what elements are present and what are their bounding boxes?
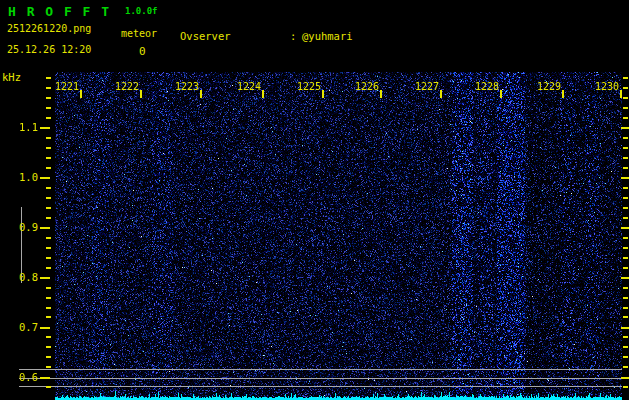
minute-tick [440, 90, 442, 98]
freq-tick-label: 0.7 [0, 321, 38, 333]
freq-major-tick-left [40, 377, 50, 379]
minute-tick [262, 90, 264, 98]
freq-minor-tick-left [46, 157, 51, 159]
time-tick-label: 1222 [115, 81, 139, 92]
freq-major-tick-right [621, 377, 629, 379]
freq-minor-tick-right [623, 257, 628, 259]
freq-major-tick-right [621, 127, 629, 129]
freq-minor-tick-right [623, 356, 628, 358]
freq-minor-tick-left [46, 386, 51, 388]
spectrogram-canvas [55, 72, 622, 400]
freq-tick-label: 1.1 [0, 121, 38, 133]
freq-minor-tick-right [623, 147, 628, 149]
freq-minor-tick-right [623, 77, 628, 79]
minute-tick [380, 90, 382, 98]
freq-major-tick-right [621, 277, 629, 279]
freq-major-tick-left [40, 177, 50, 179]
time-tick-label: 1227 [415, 81, 439, 92]
level-reference-line [19, 386, 622, 387]
time-tick-label: 1228 [475, 81, 499, 92]
freq-minor-tick-right [623, 366, 628, 368]
freq-tick-label: 0.6 [0, 371, 38, 383]
freq-tick-label: 0.9 [0, 221, 38, 233]
freq-major-tick-right [621, 327, 629, 329]
time-tick-label: 1223 [175, 81, 199, 92]
freq-minor-tick-left [46, 297, 51, 299]
freq-minor-tick-right [623, 107, 628, 109]
freq-minor-tick-right [623, 157, 628, 159]
minute-tick [500, 90, 502, 98]
time-tick-label: 1221 [55, 81, 79, 92]
freq-minor-tick-left [46, 97, 51, 99]
freq-major-tick-right [621, 227, 629, 229]
freq-minor-tick-right [623, 386, 628, 388]
level-reference-line [19, 369, 622, 370]
time-tick-label: 1224 [237, 81, 261, 92]
freq-major-tick-left [40, 227, 50, 229]
freq-minor-tick-right [623, 137, 628, 139]
freq-minor-tick-left [46, 336, 51, 338]
freq-tick-label: 0.8 [0, 271, 38, 283]
freq-minor-tick-left [46, 77, 51, 79]
freq-minor-tick-left [46, 107, 51, 109]
time-tick-label: 1225 [297, 81, 321, 92]
freq-minor-tick-right [623, 307, 628, 309]
freq-minor-tick-right [623, 97, 628, 99]
freq-minor-tick-left [46, 117, 51, 119]
freq-minor-tick-right [623, 237, 628, 239]
freq-minor-tick-left [46, 307, 51, 309]
freq-minor-tick-left [46, 366, 51, 368]
freq-major-tick-right [621, 177, 629, 179]
minute-tick [562, 90, 564, 98]
freq-minor-tick-right [623, 167, 628, 169]
freq-major-tick-left [40, 277, 50, 279]
freq-minor-tick-left [46, 187, 51, 189]
freq-minor-tick-right [623, 187, 628, 189]
minute-tick [620, 90, 622, 98]
freq-minor-tick-right [623, 247, 628, 249]
freq-minor-tick-left [46, 346, 51, 348]
minute-tick [140, 90, 142, 98]
freq-minor-tick-right [623, 207, 628, 209]
hrofft-window: H R O F F T 1.0.0f 2512261220.png meteor… [0, 0, 629, 400]
freq-minor-tick-left [46, 147, 51, 149]
freq-minor-tick-left [46, 247, 51, 249]
freq-minor-tick-left [46, 316, 51, 318]
freq-minor-tick-right [623, 336, 628, 338]
minute-tick [200, 90, 202, 98]
time-tick-label: 1226 [355, 81, 379, 92]
minute-tick [322, 90, 324, 98]
freq-minor-tick-right [623, 297, 628, 299]
freq-major-tick-left [40, 327, 50, 329]
freq-major-tick-left [40, 127, 50, 129]
time-tick-label: 1229 [537, 81, 561, 92]
freq-minor-tick-left [46, 167, 51, 169]
level-reference-line [19, 378, 622, 379]
freq-minor-tick-left [46, 197, 51, 199]
freq-minor-tick-right [623, 117, 628, 119]
freq-minor-tick-right [623, 267, 628, 269]
freq-minor-tick-left [46, 137, 51, 139]
freq-minor-tick-right [623, 217, 628, 219]
freq-minor-tick-left [46, 87, 51, 89]
freq-minor-tick-right [623, 87, 628, 89]
freq-minor-tick-left [46, 257, 51, 259]
freq-minor-tick-right [623, 316, 628, 318]
freq-minor-tick-left [46, 207, 51, 209]
freq-minor-tick-left [46, 267, 51, 269]
freq-minor-tick-left [46, 287, 51, 289]
spectrogram-area: kHz 1.11.00.90.80.70.6122112221223122412… [0, 0, 629, 400]
freq-minor-tick-right [623, 346, 628, 348]
freq-minor-tick-right [623, 197, 628, 199]
freq-minor-tick-right [623, 287, 628, 289]
minute-tick [80, 90, 82, 98]
freq-minor-tick-left [46, 217, 51, 219]
freq-minor-tick-left [46, 237, 51, 239]
freq-tick-label: 1.0 [0, 171, 38, 183]
freq-minor-tick-left [46, 356, 51, 358]
freq-unit-label: kHz [2, 71, 21, 83]
time-tick-label: 1230 [595, 81, 619, 92]
